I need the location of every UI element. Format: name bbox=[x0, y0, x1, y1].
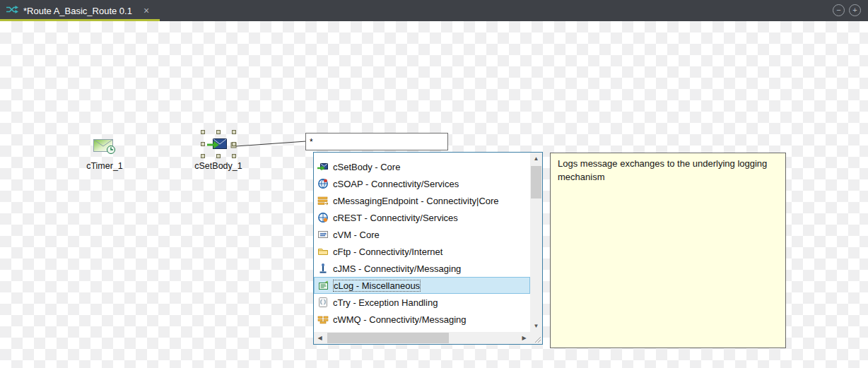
dropdown-item-label: cVM - Core bbox=[333, 230, 380, 240]
dropdown-item-label: cTry - Exception Handling bbox=[333, 297, 438, 308]
ctry-icon bbox=[317, 297, 329, 308]
tab-close-icon[interactable]: × bbox=[143, 6, 149, 16]
dropdown-item[interactable]: cMessagingEndpoint - Connectivity|Core bbox=[314, 192, 530, 209]
resize-grip[interactable] bbox=[530, 332, 542, 344]
dropdown-item[interactable]: cJMS - Connectivity/Messaging bbox=[314, 260, 530, 277]
component-label: cTimer_1 bbox=[75, 161, 134, 171]
scroll-left-icon[interactable]: ◀ bbox=[314, 332, 326, 344]
scroll-up-icon[interactable]: ▲ bbox=[530, 153, 542, 165]
scroll-right-icon[interactable]: ▶ bbox=[518, 332, 530, 344]
selection-handle[interactable] bbox=[201, 130, 205, 134]
selection-handle[interactable] bbox=[201, 142, 205, 146]
dropdown-list: cSetBody - Core cSOAP - Connectivity/Ser… bbox=[314, 158, 530, 328]
selection-handle[interactable] bbox=[232, 154, 236, 158]
minimize-view-button[interactable]: − bbox=[833, 4, 845, 16]
dropdown-item-label: cJMS - Connectivity/Messaging bbox=[333, 263, 461, 274]
selection-handle[interactable] bbox=[216, 130, 221, 134]
component-label: cSetBody_1 bbox=[189, 161, 248, 171]
vertical-scrollbar[interactable]: ▲ ▼ bbox=[530, 153, 542, 332]
dropdown-item[interactable]: cTry - Exception Handling bbox=[314, 294, 530, 311]
dropdown-item[interactable]: cSOAP - Connectivity/Services bbox=[314, 175, 530, 192]
view-controls: − + bbox=[833, 4, 861, 16]
editor-tab-bar: *Route A_Basic_Route 0.1 × − + bbox=[0, 0, 868, 21]
crest-icon bbox=[317, 212, 329, 223]
horizontal-scrollbar[interactable]: ◀ ▶ bbox=[314, 332, 530, 344]
component-description-tooltip: Logs message exchanges to the underlying… bbox=[550, 153, 786, 348]
maximize-view-button[interactable]: + bbox=[849, 4, 861, 16]
tab-title: *Route A_Basic_Route 0.1 bbox=[23, 6, 132, 16]
cmessagingendpoint-icon bbox=[317, 195, 329, 206]
component-csetbody[interactable]: cSetBody_1 bbox=[196, 131, 241, 173]
dropdown-item[interactable]: cFtp - Connectivity/Internet bbox=[314, 243, 530, 260]
tab-route-editor[interactable]: *Route A_Basic_Route 0.1 × bbox=[0, 0, 160, 21]
dropdown-item-label: cSetBody - Core bbox=[333, 162, 400, 172]
selection-handle[interactable] bbox=[216, 154, 221, 158]
selection-handle[interactable] bbox=[201, 154, 205, 158]
csetbody-icon bbox=[317, 161, 329, 172]
cjms-icon bbox=[317, 263, 329, 274]
route-designer-window: *Route A_Basic_Route 0.1 × − + bbox=[0, 0, 868, 368]
route-icon bbox=[6, 4, 18, 17]
cvm-icon bbox=[317, 229, 329, 240]
cftp-icon bbox=[317, 246, 329, 257]
component-search-input[interactable] bbox=[305, 133, 448, 150]
component-ctimer[interactable]: cTimer_1 bbox=[82, 136, 127, 158]
dropdown-item[interactable]: cSetBody - Core bbox=[314, 158, 530, 175]
scroll-down-icon[interactable]: ▼ bbox=[530, 320, 542, 332]
dropdown-item-selected[interactable]: cLog - Miscellaneous bbox=[314, 277, 530, 294]
dropdown-item[interactable]: cVM - Core bbox=[314, 226, 530, 243]
dropdown-item[interactable]: cWMQ - Connectivity/Messaging bbox=[314, 311, 530, 328]
component-proposal-dropdown: cSetBody - Core cSOAP - Connectivity/Ser… bbox=[313, 152, 543, 345]
clog-icon bbox=[318, 280, 329, 291]
tooltip-text: Logs message exchanges to the underlying… bbox=[558, 158, 767, 182]
dropdown-item-label: cLog - Miscellaneous bbox=[334, 280, 420, 291]
csetbody-icon bbox=[206, 136, 230, 156]
dropdown-item-label: cFtp - Connectivity/Internet bbox=[333, 247, 442, 257]
dropdown-item-label: cWMQ - Connectivity/Messaging bbox=[333, 314, 467, 325]
dropdown-item[interactable]: cREST - Connectivity/Services bbox=[314, 209, 530, 226]
selection-handle[interactable] bbox=[232, 130, 236, 134]
csoap-icon bbox=[317, 178, 329, 189]
dropdown-item-label: cSOAP - Connectivity/Services bbox=[333, 179, 459, 189]
cwmq-icon bbox=[317, 314, 329, 325]
dropdown-item-label: cREST - Connectivity/Services bbox=[333, 213, 458, 223]
dropdown-item-label: cMessagingEndpoint - Connectivity|Core bbox=[333, 196, 499, 206]
selection-handle[interactable] bbox=[232, 142, 236, 146]
ctimer-icon bbox=[93, 136, 117, 158]
horizontal-scroll-thumb[interactable] bbox=[327, 333, 449, 343]
vertical-scroll-thumb[interactable] bbox=[531, 166, 541, 198]
